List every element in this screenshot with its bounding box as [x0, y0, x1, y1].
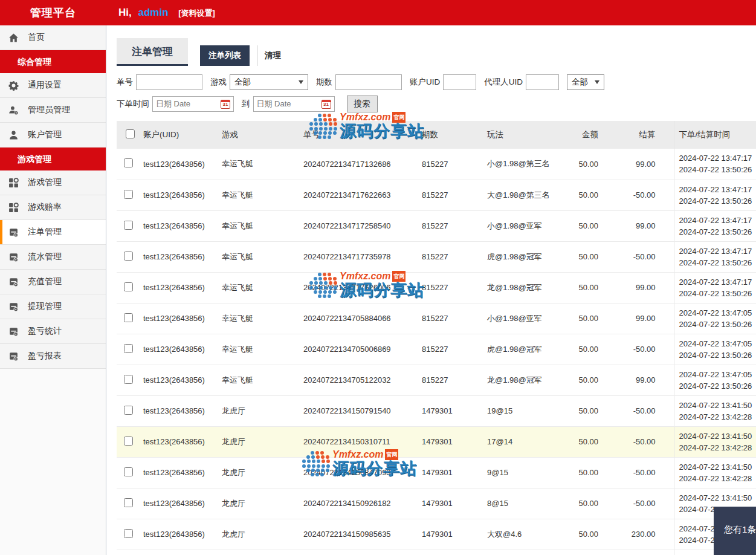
- cell-period: 1479301: [418, 457, 483, 488]
- cell-account: test123(2643856): [140, 180, 218, 210]
- to-label: 到: [242, 99, 250, 109]
- row-checkbox[interactable]: [124, 375, 133, 384]
- cell-game: 龙虎厅: [218, 550, 300, 555]
- settle-time: 2024-07-22 13:50:26: [679, 319, 756, 330]
- cell-amount: 50.00: [562, 365, 604, 395]
- cell-time: 2024-07-22 13:47:17 2024-07-22 13:50:26: [674, 210, 756, 241]
- table-header-row: 账户(UID) 游戏 单号 期数 玩法 金额 结算 下单/结算时间: [117, 121, 756, 149]
- row-checkbox[interactable]: [124, 282, 133, 291]
- order-time: 2024-07-22 13:47:05: [679, 369, 756, 380]
- cell-account: test123(2643856): [140, 241, 218, 272]
- settle-time: 2024-07-22 13:50:26: [679, 226, 756, 238]
- cell-amount: 50.00: [562, 488, 604, 519]
- profile-settings-link[interactable]: [资料设置]: [178, 8, 215, 18]
- cell-play: 大双@4.6: [483, 519, 562, 550]
- order-time: 2024-07-22 13:47:05: [679, 338, 756, 349]
- home-icon: [8, 33, 19, 43]
- chevron-down-icon: [299, 80, 303, 84]
- row-checkbox[interactable]: [124, 437, 133, 446]
- cell-order-no: 20240722134705122032: [300, 365, 418, 395]
- sidebar-item-order-management[interactable]: 注单管理: [0, 220, 106, 245]
- grid-icon: [8, 178, 19, 188]
- settle-time: 2024-07-22 13:50:26: [679, 257, 756, 268]
- sidebar-item-home[interactable]: 首页: [0, 25, 106, 50]
- cell-settle: 99.00: [604, 210, 674, 241]
- cell-time: 2024-07-22 13:47:05 2024-07-22 13:50:26: [674, 365, 756, 395]
- game-select[interactable]: 全部: [230, 74, 308, 90]
- tab-clean[interactable]: 清理: [257, 45, 288, 66]
- notification-text: 您有1条: [724, 524, 756, 534]
- notification-toast[interactable]: 您有1条: [714, 507, 756, 555]
- agent-uid-input[interactable]: [526, 74, 559, 90]
- cell-settle: 99.00: [604, 149, 674, 180]
- greeting-text: Hi,: [118, 7, 132, 18]
- row-checkbox[interactable]: [124, 313, 133, 322]
- period-label: 期数: [316, 77, 332, 88]
- start-date-input[interactable]: 日期 Date 31: [152, 96, 234, 112]
- sidebar-item-general-settings[interactable]: 通用设置: [0, 73, 106, 98]
- cell-period: 815227: [418, 210, 483, 241]
- select-all-checkbox[interactable]: [126, 129, 135, 138]
- cell-order-no: 20240722134150310711: [300, 426, 418, 457]
- cell-account: test123(2643856): [140, 457, 218, 488]
- row-checkbox[interactable]: [124, 529, 133, 538]
- row-checkbox[interactable]: [124, 344, 133, 353]
- cell-period: 815227: [418, 303, 483, 334]
- row-checkbox[interactable]: [124, 467, 133, 476]
- table-row: test123(2643856) 幸运飞艇 202407221347050068…: [117, 334, 756, 365]
- cell-settle: -50.00: [604, 488, 674, 519]
- cell-amount: 50.00: [562, 519, 604, 550]
- row-checkbox[interactable]: [124, 498, 133, 507]
- row-checkbox[interactable]: [124, 221, 133, 230]
- status-select[interactable]: 全部: [567, 74, 604, 90]
- cell-amount: 50.00: [562, 395, 604, 426]
- order-time: 2024-07-22 13:47:17: [679, 215, 756, 226]
- row-checkbox[interactable]: [124, 158, 133, 167]
- period-input[interactable]: [335, 74, 402, 90]
- cell-settle: -50.00: [604, 550, 674, 555]
- cell-play: 小@1.98@亚军: [483, 303, 562, 334]
- sidebar-item-profit-stats[interactable]: 盈亏统计: [0, 319, 106, 344]
- sidebar-item-withdraw-management[interactable]: 提现管理: [0, 294, 106, 319]
- search-button[interactable]: 搜索: [347, 96, 378, 112]
- order-time: 2024-07-22 13:47:17: [679, 184, 756, 195]
- table-row: test123(2643856) 龙虎厅 2024072213415079154…: [117, 395, 756, 426]
- sidebar: 首页 综合管理 通用设置 管理员管理 账户管理 游戏管理 游戏管理 游戏赔率 注…: [0, 25, 106, 555]
- col-settle: 结算: [604, 121, 674, 149]
- order-list-icon: [8, 326, 19, 337]
- end-date-input[interactable]: 日期 Date 31: [253, 96, 335, 112]
- sidebar-item-profit-report[interactable]: 盈亏报表: [0, 344, 106, 369]
- cell-settle: -50.00: [604, 395, 674, 426]
- tab-order-list[interactable]: 注单列表: [200, 45, 250, 66]
- cell-account: test123(2643856): [140, 395, 218, 426]
- row-checkbox[interactable]: [124, 252, 133, 261]
- sidebar-item-admin-management[interactable]: 管理员管理: [0, 98, 106, 123]
- cell-time: 2024-07-22 13:47:17 2024-07-22 13:50:26: [674, 272, 756, 303]
- cell-settle: 99.00: [604, 272, 674, 303]
- cell-period: 1479301: [418, 488, 483, 519]
- grid-icon: [8, 203, 19, 213]
- row-checkbox[interactable]: [124, 406, 133, 415]
- cell-amount: 50.00: [562, 241, 604, 272]
- cell-account: test123(2643856): [140, 426, 218, 457]
- account-uid-input[interactable]: [443, 74, 476, 90]
- sidebar-item-game-management[interactable]: 游戏管理: [0, 170, 106, 195]
- row-checkbox[interactable]: [124, 190, 133, 199]
- sidebar-item-recharge-management[interactable]: 充值管理: [0, 270, 106, 294]
- calendar-icon[interactable]: 31: [321, 100, 331, 109]
- cell-game: 龙虎厅: [218, 457, 300, 488]
- sidebar-item-turnover-management[interactable]: 流水管理: [0, 245, 106, 270]
- username-link[interactable]: admin: [138, 7, 168, 18]
- cell-amount: 50.00: [562, 272, 604, 303]
- order-no-input[interactable]: [136, 74, 202, 90]
- game-label: 游戏: [210, 77, 227, 88]
- cell-game: 幸运飞艇: [218, 180, 300, 210]
- cell-time: 2024-07-22 13:41:50 2024-07-22 13:42:28: [674, 395, 756, 426]
- order-no-label: 单号: [117, 77, 133, 88]
- sidebar-item-account-management[interactable]: 账户管理: [0, 123, 106, 148]
- sidebar-item-game-odds[interactable]: 游戏赔率: [0, 195, 106, 220]
- calendar-icon[interactable]: 31: [221, 100, 230, 109]
- sidebar-section-games: 游戏管理: [0, 148, 106, 170]
- cell-period: 1479301: [418, 519, 483, 550]
- order-list-icon: [8, 302, 19, 312]
